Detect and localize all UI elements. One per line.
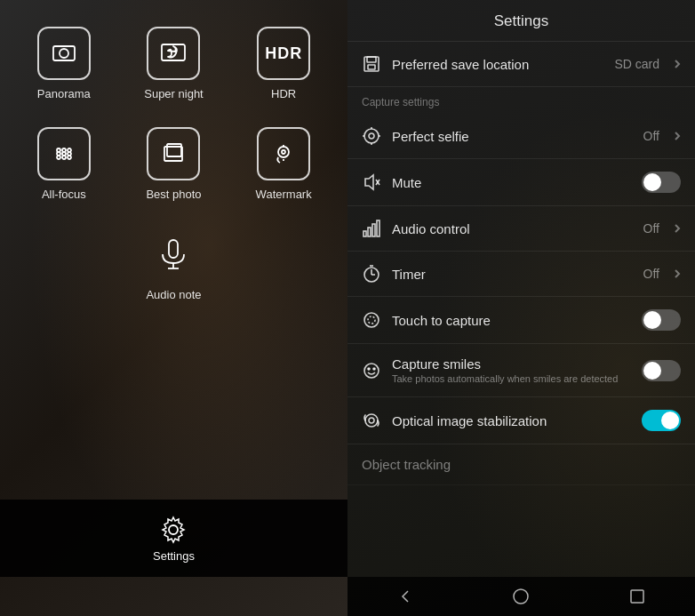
watermark-label: Watermark xyxy=(256,188,312,201)
touch-to-capture-row[interactable]: Touch to capture xyxy=(348,297,695,344)
home-button-right[interactable] xyxy=(510,586,531,607)
recent-button-right[interactable] xyxy=(627,586,648,607)
audio-control-value: Off xyxy=(643,221,659,236)
back-button-right[interactable] xyxy=(395,586,416,607)
svg-rect-26 xyxy=(368,65,375,69)
timer-icon xyxy=(362,264,381,284)
svg-point-8 xyxy=(62,148,66,152)
hdr-label: HDR xyxy=(271,87,296,100)
preferred-save-text: Preferred save location xyxy=(392,57,603,72)
super-night-icon xyxy=(159,39,188,68)
modes-container: Panorama Super night HDR HDR xyxy=(0,0,348,500)
touch-to-capture-text: Touch to capture xyxy=(392,313,631,328)
all-focus-icon-box xyxy=(37,127,91,180)
capture-smiles-text: Capture smiles Take photos automatically… xyxy=(392,356,631,384)
optical-stabilization-label: Optical image stabilization xyxy=(392,413,631,428)
svg-point-15 xyxy=(282,150,285,154)
audio-note-label: Audio note xyxy=(146,288,201,301)
mode-hdr[interactable]: HDR HDR xyxy=(237,27,330,100)
svg-point-50 xyxy=(369,418,374,423)
preferred-save-row[interactable]: Preferred save location SD card xyxy=(348,42,695,87)
svg-point-14 xyxy=(278,147,289,157)
mode-watermark[interactable]: Watermark xyxy=(237,127,330,201)
svg-point-1 xyxy=(60,49,68,58)
settings-label: Settings xyxy=(153,549,195,563)
svg-rect-52 xyxy=(631,590,643,603)
mute-text: Mute xyxy=(392,175,631,190)
left-bottom-bar: Settings xyxy=(0,500,348,577)
mode-super-night[interactable]: Super night xyxy=(128,27,220,100)
svg-point-44 xyxy=(364,313,379,327)
svg-point-47 xyxy=(368,368,370,370)
svg-point-21 xyxy=(169,525,178,534)
perfect-selfie-label: Perfect selfie xyxy=(392,129,633,144)
chevron-icon xyxy=(674,223,681,234)
timer-label: Timer xyxy=(392,267,633,282)
optical-stabilization-icon xyxy=(362,411,381,430)
audio-note-icon-box xyxy=(147,228,200,281)
svg-point-27 xyxy=(364,129,379,143)
touch-to-capture-icon xyxy=(362,310,381,330)
svg-point-11 xyxy=(62,156,66,159)
super-night-icon-box xyxy=(147,27,200,80)
object-tracking-row[interactable]: Object tracking xyxy=(348,444,695,485)
perfect-selfie-icon xyxy=(362,126,381,146)
capture-smiles-sublabel: Take photos automatically when smiles ar… xyxy=(392,373,631,384)
watermark-icon xyxy=(269,140,298,168)
mode-panorama[interactable]: Panorama xyxy=(18,27,110,100)
save-location-icon xyxy=(362,54,381,74)
svg-point-51 xyxy=(514,589,528,604)
mode-all-focus[interactable]: All-focus xyxy=(18,127,110,201)
perfect-selfie-text: Perfect selfie xyxy=(392,129,633,144)
mute-row[interactable]: Mute xyxy=(348,159,695,206)
best-photo-label: Best photo xyxy=(146,188,201,201)
right-nav-bar xyxy=(348,577,695,616)
timer-text: Timer xyxy=(392,267,633,282)
super-night-label: Super night xyxy=(144,87,204,100)
svg-point-9 xyxy=(57,152,60,156)
svg-rect-38 xyxy=(372,224,375,236)
svg-point-45 xyxy=(368,316,375,324)
mute-label: Mute xyxy=(392,175,631,190)
mode-best-photo[interactable]: Best photo xyxy=(128,127,220,201)
touch-to-capture-label: Touch to capture xyxy=(392,313,631,328)
svg-point-49 xyxy=(365,414,378,427)
svg-marker-33 xyxy=(365,175,373,189)
panorama-label: Panorama xyxy=(37,87,91,100)
svg-point-48 xyxy=(373,368,375,370)
hdr-icon-box: HDR xyxy=(257,27,310,80)
svg-point-10 xyxy=(68,152,71,156)
optical-stabilization-row[interactable]: Optical image stabilization xyxy=(348,397,695,444)
mode-audio-note[interactable]: Audio note xyxy=(146,228,201,301)
audio-control-text: Audio control xyxy=(392,221,633,236)
mute-toggle[interactable] xyxy=(642,172,681,193)
chevron-icon xyxy=(674,131,681,141)
settings-gear-icon xyxy=(157,514,189,546)
right-panel: Settings Preferred save location SD card… xyxy=(348,0,695,616)
all-focus-label: All-focus xyxy=(42,188,86,201)
audio-control-row[interactable]: Audio control Off xyxy=(348,206,695,252)
preferred-save-value: SD card xyxy=(614,57,659,71)
svg-rect-37 xyxy=(368,228,371,236)
capture-smiles-icon xyxy=(362,361,381,380)
perfect-selfie-row[interactable]: Perfect selfie Off xyxy=(348,114,695,159)
settings-content: Settings Preferred save location SD card… xyxy=(348,0,695,577)
optical-stabilization-toggle[interactable] xyxy=(642,410,681,431)
svg-rect-18 xyxy=(169,240,178,258)
preferred-save-label: Preferred save location xyxy=(392,57,603,72)
touch-to-capture-toggle[interactable] xyxy=(642,309,681,331)
watermark-icon-box xyxy=(257,127,310,180)
timer-row[interactable]: Timer Off xyxy=(348,252,695,297)
panorama-icon-box xyxy=(37,27,91,80)
svg-rect-39 xyxy=(377,220,379,236)
best-photo-icon-box xyxy=(147,127,200,180)
settings-button[interactable]: Settings xyxy=(153,514,195,563)
capture-smiles-toggle[interactable] xyxy=(642,360,681,381)
svg-rect-25 xyxy=(367,57,376,62)
capture-settings-label: Capture settings xyxy=(348,87,695,114)
capture-smiles-row[interactable]: Capture smiles Take photos automatically… xyxy=(348,344,695,397)
audio-control-icon xyxy=(362,219,381,238)
chevron-icon xyxy=(674,59,681,69)
audio-control-label: Audio control xyxy=(392,221,633,236)
optical-stabilization-text: Optical image stabilization xyxy=(392,413,631,428)
